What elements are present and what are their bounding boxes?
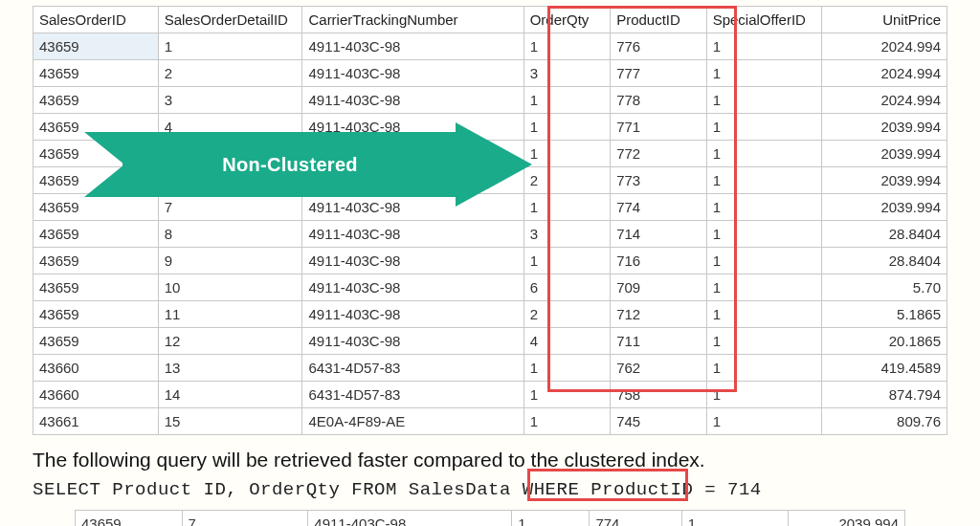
table-row[interactable]: 43659114911-403C-98271215.1865	[33, 301, 947, 328]
table-row[interactable]: 43660146431-4D57-8317581874.794	[33, 382, 947, 408]
cell: 1	[706, 248, 822, 274]
cell: 4911-403C-98	[302, 248, 523, 274]
cell: 6431-4D57-83	[302, 355, 523, 382]
table-row[interactable]: 4365984911-403C-983714128.8404	[33, 221, 947, 248]
cell: 43661	[33, 408, 159, 435]
table-row[interactable]: 4365954911-403C-98177212039.994	[33, 141, 947, 167]
cell: 1	[706, 167, 822, 194]
cell: 2039.994	[822, 114, 947, 141]
cell: 709	[611, 274, 707, 301]
cell: 2024.994	[822, 87, 947, 114]
cell: 714	[611, 221, 707, 248]
cell: 2	[523, 301, 610, 328]
cell: 1	[523, 248, 610, 274]
cell: 3	[523, 221, 610, 248]
cell: 712	[611, 301, 707, 328]
data-grid[interactable]: SalesOrderID SalesOrderDetailID CarrierT…	[33, 6, 947, 435]
cell: 43659	[33, 301, 159, 328]
cell: 1	[523, 382, 610, 408]
table-row[interactable]: 4365974911-403C-98177412039.994	[33, 194, 947, 221]
cell: 4911-403C-98	[302, 221, 523, 248]
cell: 1	[512, 511, 590, 527]
cell: 4911-403C-98	[302, 328, 523, 355]
cell: 20.1865	[822, 328, 947, 355]
table-row[interactable]: 4365924911-403C-98377712024.994	[33, 60, 947, 87]
cell: 1	[706, 194, 822, 221]
cell: 43659	[33, 87, 159, 114]
table-row[interactable]: 4365974911-403C-98177412039.994	[76, 511, 905, 527]
cell: 774	[590, 511, 681, 527]
cell: 1	[706, 355, 822, 382]
cell: 4911-403C-98	[302, 33, 523, 60]
table-header-row: SalesOrderID SalesOrderDetailID CarrierT…	[33, 7, 947, 33]
cell: 43659	[33, 114, 159, 141]
cell: 1	[523, 141, 610, 167]
cell: 773	[611, 167, 707, 194]
col-salesorderid[interactable]: SalesOrderID	[33, 7, 159, 33]
cell: 43659	[33, 33, 159, 60]
cell: 1	[706, 328, 822, 355]
result-grid[interactable]: 4365974911-403C-98177412039.994436598491…	[75, 510, 905, 526]
cell: 4	[523, 328, 610, 355]
cell: 758	[611, 382, 707, 408]
cell: 4911-403C-98	[302, 301, 523, 328]
cell: 2039.994	[789, 511, 905, 527]
table-row[interactable]: 43661154E0A-4F89-AE17451809.76	[33, 408, 947, 435]
cell: 43659	[33, 328, 159, 355]
cell: 8	[158, 221, 302, 248]
cell: 1	[523, 355, 610, 382]
cell: 1	[523, 194, 610, 221]
cell: 43659	[33, 194, 159, 221]
cell: 774	[611, 194, 707, 221]
cell: 5.1865	[822, 301, 947, 328]
cell: 28.8404	[822, 248, 947, 274]
table-row[interactable]: 4365994911-403C-981716128.8404	[33, 248, 947, 274]
cell: 419.4589	[822, 355, 947, 382]
table-row[interactable]: 4365934911-403C-98177812024.994	[33, 87, 947, 114]
cell: 1	[706, 60, 822, 87]
caption-text: The following query will be retrieved fa…	[33, 449, 947, 471]
col-salesorderdetailid[interactable]: SalesOrderDetailID	[158, 7, 302, 33]
cell: 809.76	[822, 408, 947, 435]
col-unitprice[interactable]: UnitPrice	[822, 7, 947, 33]
cell: 1	[523, 33, 610, 60]
cell: 1	[523, 114, 610, 141]
cell: 2024.994	[822, 33, 947, 60]
cell: 2039.994	[822, 167, 947, 194]
cell: 4911-403C-98	[302, 167, 523, 194]
col-specialofferid[interactable]: SpecialOfferID	[706, 7, 822, 33]
cell: 43659	[33, 221, 159, 248]
cell: 43659	[33, 60, 159, 87]
cell: 1	[706, 382, 822, 408]
cell: 4911-403C-98	[302, 60, 523, 87]
table-row[interactable]: 4365944911-403C-98177112039.994	[33, 114, 947, 141]
cell: 745	[611, 408, 707, 435]
cell: 1	[706, 301, 822, 328]
col-productid[interactable]: ProductID	[611, 7, 707, 33]
cell: 4911-403C-98	[302, 114, 523, 141]
cell: 9	[158, 248, 302, 274]
cell: 6	[523, 274, 610, 301]
cell: 1	[706, 33, 822, 60]
cell: 874.794	[822, 382, 947, 408]
cell: 772	[611, 141, 707, 167]
table-row[interactable]: 43659124911-403C-984711120.1865	[33, 328, 947, 355]
col-carriertracking[interactable]: CarrierTrackingNumber	[302, 7, 523, 33]
cell: 4911-403C-98	[302, 141, 523, 167]
cell: 4911-403C-98	[302, 87, 523, 114]
cell: 1	[706, 408, 822, 435]
table-row[interactable]: 43660136431-4D57-8317621419.4589	[33, 355, 947, 382]
table-row[interactable]: 4365964911-403C-98277312039.994	[33, 167, 947, 194]
cell: 43660	[33, 355, 159, 382]
table-row[interactable]: 4365914911-403C-98177612024.994	[33, 33, 947, 60]
sql-query: SELECT Product ID, OrderQty FROM SalesDa…	[33, 479, 947, 500]
cell: 2	[523, 167, 610, 194]
cell: 7	[158, 194, 302, 221]
cell: 1	[706, 274, 822, 301]
cell: 4911-403C-98	[302, 274, 523, 301]
col-orderqty[interactable]: OrderQty	[523, 7, 610, 33]
table-row[interactable]: 43659104911-403C-98670915.70	[33, 274, 947, 301]
cell: 2039.994	[822, 194, 947, 221]
cell: 1	[706, 114, 822, 141]
cell: 11	[158, 301, 302, 328]
